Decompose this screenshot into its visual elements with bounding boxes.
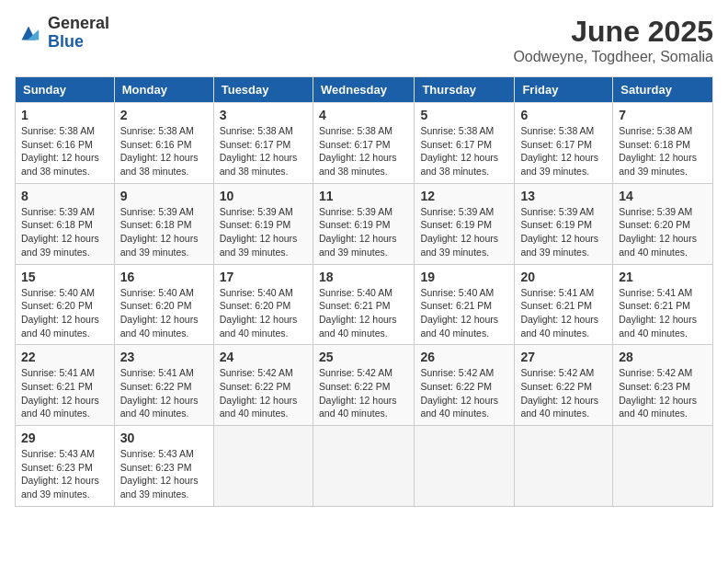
day-header-saturday: Saturday	[613, 77, 713, 103]
day-info: Sunrise: 5:38 AMSunset: 6:18 PMDaylight:…	[619, 124, 707, 178]
day-number: 15	[21, 270, 108, 284]
calendar-cell: 7Sunrise: 5:38 AMSunset: 6:18 PMDaylight…	[613, 103, 713, 184]
day-number: 2	[120, 108, 208, 122]
day-info: Sunrise: 5:39 AMSunset: 6:19 PMDaylight:…	[220, 205, 307, 259]
day-number: 26	[420, 350, 508, 364]
calendar-cell	[613, 426, 713, 507]
day-info: Sunrise: 5:42 AMSunset: 6:22 PMDaylight:…	[220, 366, 307, 420]
day-number: 9	[120, 189, 208, 203]
day-info: Sunrise: 5:40 AMSunset: 6:21 PMDaylight:…	[319, 286, 408, 340]
calendar-cell: 8Sunrise: 5:39 AMSunset: 6:18 PMDaylight…	[16, 183, 115, 264]
day-info: Sunrise: 5:40 AMSunset: 6:20 PMDaylight:…	[21, 286, 108, 340]
calendar-cell: 4Sunrise: 5:38 AMSunset: 6:17 PMDaylight…	[313, 103, 414, 184]
week-row-2: 8Sunrise: 5:39 AMSunset: 6:18 PMDaylight…	[16, 183, 713, 264]
day-number: 22	[21, 350, 108, 364]
day-info: Sunrise: 5:38 AMSunset: 6:17 PMDaylight:…	[520, 124, 607, 178]
location-title: Oodweyne, Togdheer, Somalia	[513, 49, 713, 65]
day-number: 12	[420, 189, 508, 203]
day-info: Sunrise: 5:42 AMSunset: 6:22 PMDaylight:…	[520, 366, 607, 420]
logo: General Blue	[15, 15, 109, 52]
calendar-cell	[213, 426, 313, 507]
day-number: 30	[120, 431, 208, 445]
calendar-cell: 23Sunrise: 5:41 AMSunset: 6:22 PMDayligh…	[114, 345, 213, 426]
day-header-friday: Friday	[515, 77, 613, 103]
calendar-cell: 18Sunrise: 5:40 AMSunset: 6:21 PMDayligh…	[313, 264, 414, 345]
day-number: 6	[520, 108, 607, 122]
day-header-tuesday: Tuesday	[213, 77, 313, 103]
logo-blue: Blue	[48, 33, 109, 52]
day-info: Sunrise: 5:40 AMSunset: 6:20 PMDaylight:…	[120, 286, 208, 340]
calendar-cell: 17Sunrise: 5:40 AMSunset: 6:20 PMDayligh…	[213, 264, 313, 345]
day-info: Sunrise: 5:43 AMSunset: 6:23 PMDaylight:…	[21, 447, 108, 501]
day-header-sunday: Sunday	[16, 77, 115, 103]
day-number: 24	[220, 350, 307, 364]
day-number: 5	[420, 108, 508, 122]
day-info: Sunrise: 5:43 AMSunset: 6:23 PMDaylight:…	[120, 447, 208, 501]
day-number: 21	[619, 270, 707, 284]
day-number: 7	[619, 108, 707, 122]
calendar-cell: 1Sunrise: 5:38 AMSunset: 6:16 PMDaylight…	[16, 103, 115, 184]
day-number: 25	[319, 350, 408, 364]
week-row-4: 22Sunrise: 5:41 AMSunset: 6:21 PMDayligh…	[16, 345, 713, 426]
calendar-cell: 11Sunrise: 5:39 AMSunset: 6:19 PMDayligh…	[313, 183, 414, 264]
calendar-cell: 15Sunrise: 5:40 AMSunset: 6:20 PMDayligh…	[16, 264, 115, 345]
calendar-cell: 14Sunrise: 5:39 AMSunset: 6:20 PMDayligh…	[613, 183, 713, 264]
calendar-cell: 22Sunrise: 5:41 AMSunset: 6:21 PMDayligh…	[16, 345, 115, 426]
day-number: 20	[520, 270, 607, 284]
day-info: Sunrise: 5:39 AMSunset: 6:20 PMDaylight:…	[619, 205, 707, 259]
day-number: 27	[520, 350, 607, 364]
calendar-cell	[313, 426, 414, 507]
page-header: General Blue June 2025 Oodweyne, Togdhee…	[15, 15, 713, 65]
calendar-cell: 21Sunrise: 5:41 AMSunset: 6:21 PMDayligh…	[613, 264, 713, 345]
day-info: Sunrise: 5:40 AMSunset: 6:21 PMDaylight:…	[420, 286, 508, 340]
day-number: 18	[319, 270, 408, 284]
week-row-5: 29Sunrise: 5:43 AMSunset: 6:23 PMDayligh…	[16, 426, 713, 507]
day-info: Sunrise: 5:41 AMSunset: 6:21 PMDaylight:…	[21, 366, 108, 420]
calendar-cell: 26Sunrise: 5:42 AMSunset: 6:22 PMDayligh…	[415, 345, 515, 426]
day-number: 4	[319, 108, 408, 122]
calendar-cell: 3Sunrise: 5:38 AMSunset: 6:17 PMDaylight…	[213, 103, 313, 184]
day-number: 10	[220, 189, 307, 203]
day-info: Sunrise: 5:39 AMSunset: 6:19 PMDaylight:…	[520, 205, 607, 259]
days-header-row: SundayMondayTuesdayWednesdayThursdayFrid…	[16, 77, 713, 103]
day-number: 11	[319, 189, 408, 203]
day-info: Sunrise: 5:38 AMSunset: 6:16 PMDaylight:…	[120, 124, 208, 178]
calendar-cell: 5Sunrise: 5:38 AMSunset: 6:17 PMDaylight…	[415, 103, 515, 184]
calendar-table: SundayMondayTuesdayWednesdayThursdayFrid…	[15, 76, 713, 507]
day-info: Sunrise: 5:41 AMSunset: 6:22 PMDaylight:…	[120, 366, 208, 420]
day-info: Sunrise: 5:38 AMSunset: 6:17 PMDaylight:…	[319, 124, 408, 178]
day-info: Sunrise: 5:38 AMSunset: 6:17 PMDaylight:…	[420, 124, 508, 178]
day-number: 29	[21, 431, 108, 445]
title-area: June 2025 Oodweyne, Togdheer, Somalia	[513, 15, 713, 65]
calendar-cell: 24Sunrise: 5:42 AMSunset: 6:22 PMDayligh…	[213, 345, 313, 426]
calendar-cell: 29Sunrise: 5:43 AMSunset: 6:23 PMDayligh…	[16, 426, 115, 507]
day-number: 8	[21, 189, 108, 203]
day-info: Sunrise: 5:40 AMSunset: 6:20 PMDaylight:…	[220, 286, 307, 340]
day-info: Sunrise: 5:42 AMSunset: 6:22 PMDaylight:…	[420, 366, 508, 420]
calendar-cell: 30Sunrise: 5:43 AMSunset: 6:23 PMDayligh…	[114, 426, 213, 507]
calendar-body: 1Sunrise: 5:38 AMSunset: 6:16 PMDaylight…	[16, 103, 713, 507]
calendar-cell: 13Sunrise: 5:39 AMSunset: 6:19 PMDayligh…	[515, 183, 613, 264]
day-number: 17	[220, 270, 307, 284]
week-row-3: 15Sunrise: 5:40 AMSunset: 6:20 PMDayligh…	[16, 264, 713, 345]
calendar-cell	[415, 426, 515, 507]
day-info: Sunrise: 5:38 AMSunset: 6:16 PMDaylight:…	[21, 124, 108, 178]
day-info: Sunrise: 5:39 AMSunset: 6:18 PMDaylight:…	[21, 205, 108, 259]
day-number: 23	[120, 350, 208, 364]
calendar-cell: 28Sunrise: 5:42 AMSunset: 6:23 PMDayligh…	[613, 345, 713, 426]
calendar-cell: 10Sunrise: 5:39 AMSunset: 6:19 PMDayligh…	[213, 183, 313, 264]
calendar-cell: 19Sunrise: 5:40 AMSunset: 6:21 PMDayligh…	[415, 264, 515, 345]
day-info: Sunrise: 5:38 AMSunset: 6:17 PMDaylight:…	[220, 124, 307, 178]
logo-text: General Blue	[48, 15, 109, 52]
calendar-cell: 20Sunrise: 5:41 AMSunset: 6:21 PMDayligh…	[515, 264, 613, 345]
calendar-cell: 2Sunrise: 5:38 AMSunset: 6:16 PMDaylight…	[114, 103, 213, 184]
month-title: June 2025	[513, 15, 713, 49]
day-info: Sunrise: 5:39 AMSunset: 6:18 PMDaylight:…	[120, 205, 208, 259]
day-info: Sunrise: 5:39 AMSunset: 6:19 PMDaylight:…	[420, 205, 508, 259]
day-header-thursday: Thursday	[415, 77, 515, 103]
day-header-wednesday: Wednesday	[313, 77, 414, 103]
day-header-monday: Monday	[114, 77, 213, 103]
day-info: Sunrise: 5:41 AMSunset: 6:21 PMDaylight:…	[619, 286, 707, 340]
day-info: Sunrise: 5:41 AMSunset: 6:21 PMDaylight:…	[520, 286, 607, 340]
calendar-cell: 25Sunrise: 5:42 AMSunset: 6:22 PMDayligh…	[313, 345, 414, 426]
